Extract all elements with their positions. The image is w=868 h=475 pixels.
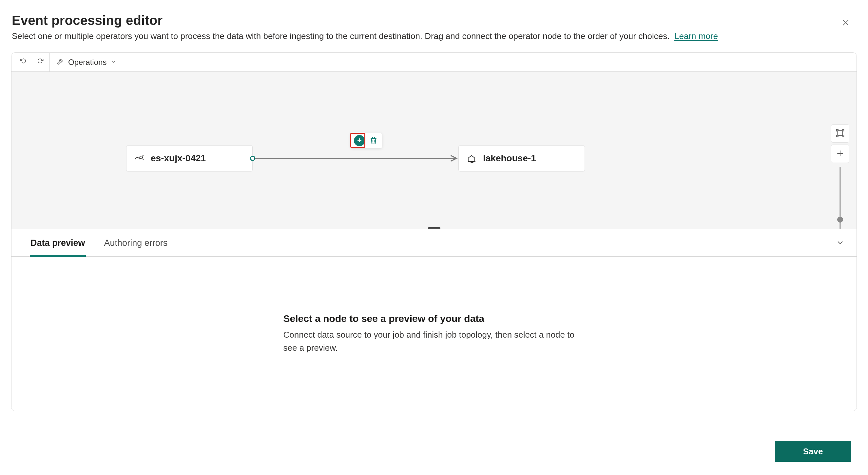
plus-icon (356, 137, 363, 145)
chevron-down-icon (836, 238, 845, 248)
learn-more-link[interactable]: Learn more (674, 31, 718, 41)
wrench-icon (56, 57, 64, 67)
zoom-slider-thumb[interactable] (837, 217, 843, 222)
source-node-label: es-xujx-0421 (151, 153, 206, 164)
edge-toolbar (350, 133, 382, 148)
fit-screen-icon (835, 128, 845, 139)
undo-icon (19, 57, 27, 67)
page-title: Event processing editor (12, 13, 856, 28)
preview-body: Connect data source to your job and fini… (283, 328, 585, 355)
editor-panel: Operations es-xujx (11, 53, 857, 411)
zoom-controls (831, 124, 849, 229)
page-subtitle-text: Select one or multiple operators you wan… (12, 31, 670, 41)
redo-button[interactable] (35, 53, 46, 71)
tab-data-preview[interactable]: Data preview (30, 230, 86, 256)
lakehouse-icon (466, 153, 477, 164)
save-button[interactable]: Save (775, 441, 851, 462)
operations-label: Operations (68, 58, 106, 67)
svg-point-1 (140, 156, 143, 159)
close-button[interactable] (838, 16, 853, 30)
eventstream-icon (134, 153, 145, 164)
bottom-tabs: Data preview Authoring errors (11, 229, 857, 257)
preview-title: Select a node to see a preview of your d… (283, 313, 585, 324)
operations-menu[interactable]: Operations (50, 53, 124, 71)
source-node[interactable]: es-xujx-0421 (126, 145, 253, 172)
editor-header: Event processing editor Select one or mu… (0, 0, 868, 46)
chevron-down-icon (111, 58, 117, 67)
svg-rect-2 (838, 130, 843, 136)
source-output-port[interactable] (250, 156, 255, 161)
history-group (11, 53, 50, 71)
destination-node[interactable]: lakehouse-1 (458, 145, 585, 172)
fit-to-screen-button[interactable] (831, 124, 849, 143)
redo-icon (36, 57, 45, 67)
page-subtitle: Select one or multiple operators you wan… (12, 31, 856, 41)
zoom-slider[interactable] (839, 167, 841, 229)
close-icon (841, 18, 850, 28)
collapse-panel-button[interactable] (834, 236, 847, 249)
delete-edge-button[interactable] (368, 136, 379, 146)
preview-panel: Select a node to see a preview of your d… (11, 257, 857, 411)
plus-icon (835, 148, 845, 159)
add-operator-button[interactable] (354, 135, 365, 146)
undo-button[interactable] (18, 53, 29, 71)
trash-icon (369, 136, 378, 146)
editor-toolbar: Operations (11, 53, 857, 72)
tab-authoring-errors[interactable]: Authoring errors (103, 230, 168, 256)
destination-node-label: lakehouse-1 (483, 153, 536, 164)
zoom-in-button[interactable] (831, 145, 849, 163)
flow-canvas[interactable]: es-xujx-0421 lakehouse-1 (11, 72, 857, 229)
